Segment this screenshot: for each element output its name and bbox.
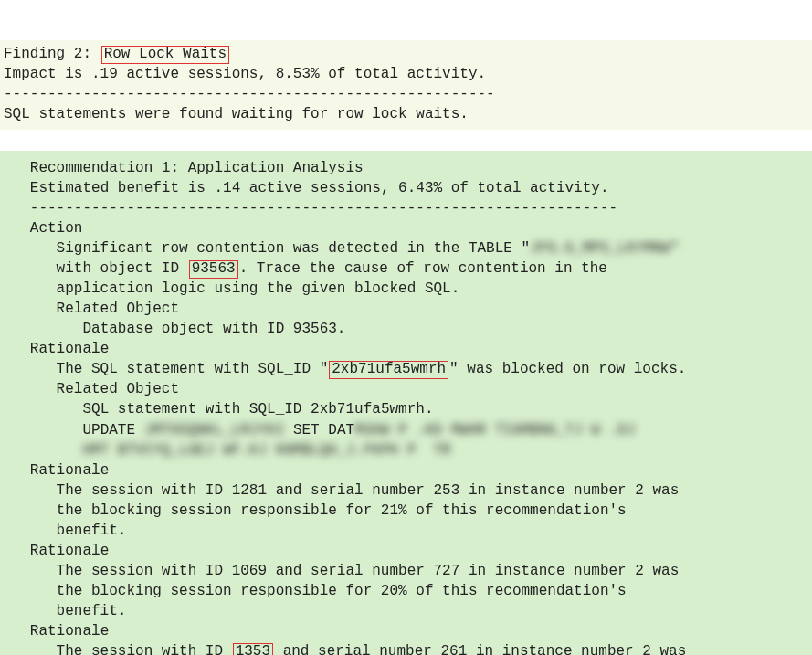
highlight-object-id: 93563 bbox=[189, 260, 238, 279]
highlight-sql-id: 2xb71ufa5wmrh bbox=[329, 361, 448, 379]
rationale1-label: Rationale bbox=[30, 341, 109, 357]
rationale2-label: Rationale bbox=[30, 462, 109, 479]
redacted-table-name: JFG.G_MPS_LKYMNW" bbox=[530, 240, 679, 257]
action-line3: application logic using the given blocke… bbox=[57, 280, 460, 297]
redacted-sql-3: HMT BTVCYQ_LGEJ WF.KJ KNMBLQH_J.FKPH P T… bbox=[82, 442, 450, 459]
highlight-session-id: 1353 bbox=[233, 643, 273, 655]
finding-label: Finding 2: bbox=[4, 46, 100, 62]
redacted-sql-2: MSHW P .KD MWHR TIAMBNG_TJ W .DJ bbox=[354, 422, 635, 438]
recommendation-body: Recommendation 1: Application Analysis E… bbox=[0, 151, 812, 655]
recommendation-title: Recommendation 1: Application Analysis bbox=[30, 160, 364, 176]
r1-related-text: SQL statement with SQL_ID 2xb71ufa5wmrh. bbox=[82, 401, 433, 417]
r1-sql-update-a: UPDATE bbox=[82, 422, 143, 438]
separator2: ----------------------------------------… bbox=[30, 200, 617, 217]
action-line1a: Significant row contention was detected … bbox=[57, 240, 530, 257]
r1-line1a: The SQL statement with SQL_ID " bbox=[57, 361, 329, 377]
related-object-label: Related Object bbox=[57, 301, 179, 317]
r1-line1b: " was blocked on row locks. bbox=[449, 361, 686, 377]
r2-line1: The session with ID 1281 and serial numb… bbox=[57, 482, 680, 499]
action-line2b: . Trace the cause of row contention in t… bbox=[239, 260, 607, 277]
highlight-finding-name: Row Lock Waits bbox=[101, 46, 229, 64]
r2-line3: benefit. bbox=[57, 523, 127, 539]
rationale3-label: Rationale bbox=[30, 543, 109, 559]
r4-line1a: The session with ID bbox=[57, 643, 232, 655]
separator1: ----------------------------------------… bbox=[4, 86, 495, 102]
r1-sql-set: SET DAT bbox=[293, 422, 354, 438]
r3-line1: The session with ID 1069 and serial numb… bbox=[57, 563, 680, 579]
r3-line3: benefit. bbox=[57, 603, 127, 619]
related-object-text: Database object with ID 93563. bbox=[82, 321, 345, 337]
description-line: SQL statements were found waiting for ro… bbox=[4, 106, 469, 122]
action-label: Action bbox=[30, 220, 83, 237]
action-line2a: with object ID bbox=[57, 260, 188, 277]
r1-related-label: Related Object bbox=[57, 381, 179, 397]
rationale4-label: Rationale bbox=[30, 623, 109, 639]
r2-line2: the blocking session responsible for 21%… bbox=[57, 502, 627, 519]
impact-line: Impact is .19 active sessions, 8.53% of … bbox=[4, 66, 486, 82]
redacted-sql-1: JMTHSQNKL_LMJYKI bbox=[144, 422, 285, 438]
finding-header: Finding 2: Row Lock Waits Impact is .19 … bbox=[0, 40, 812, 130]
r4-line1b: and serial number 261 in instance number… bbox=[274, 643, 686, 655]
estimated-benefit: Estimated benefit is .14 active sessions… bbox=[30, 180, 609, 196]
r3-line2: the blocking session responsible for 20%… bbox=[57, 583, 627, 599]
